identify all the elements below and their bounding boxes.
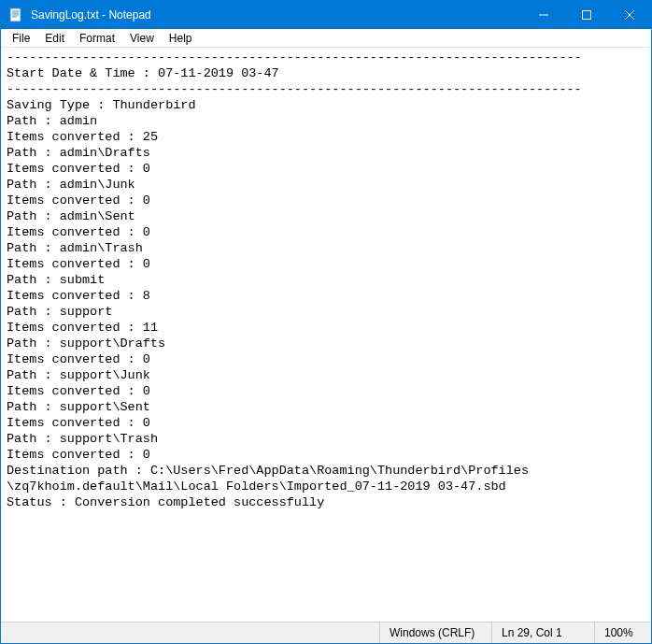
minimize-button[interactable] (522, 1, 565, 29)
menubar: File Edit Format View Help (1, 29, 651, 48)
svg-rect-6 (583, 11, 591, 20)
window-title: SavingLog.txt - Notepad (29, 8, 522, 21)
status-position: Ln 29, Col 1 (492, 623, 595, 643)
menu-help[interactable]: Help (162, 31, 200, 46)
window-controls (522, 1, 651, 29)
menu-view[interactable]: View (122, 31, 162, 46)
close-button[interactable] (608, 1, 651, 29)
text-editor[interactable]: ----------------------------------------… (1, 48, 651, 622)
statusbar: Windows (CRLF) Ln 29, Col 1 100% (1, 622, 651, 643)
maximize-button[interactable] (565, 1, 608, 29)
menu-format[interactable]: Format (72, 31, 122, 46)
status-encoding: Windows (CRLF) (380, 623, 492, 643)
menu-edit[interactable]: Edit (37, 31, 72, 46)
status-zoom: 100% (595, 623, 651, 643)
menu-file[interactable]: File (5, 31, 37, 46)
statusbar-spacer (1, 623, 380, 643)
notepad-icon (8, 7, 23, 22)
titlebar[interactable]: SavingLog.txt - Notepad (1, 1, 651, 29)
